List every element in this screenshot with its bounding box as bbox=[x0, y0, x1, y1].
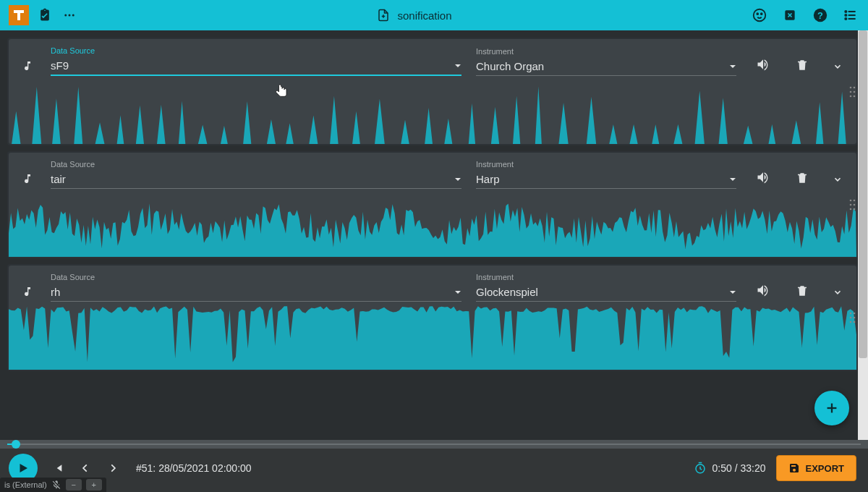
save-icon bbox=[788, 462, 800, 474]
music-note-icon bbox=[19, 286, 36, 302]
svg-point-5 bbox=[754, 9, 766, 22]
volume-icon[interactable] bbox=[751, 170, 775, 189]
svg-point-20 bbox=[854, 86, 856, 88]
instrument-select[interactable]: Harp bbox=[476, 170, 736, 189]
instrument-value: Harp bbox=[476, 173, 500, 185]
svg-point-26 bbox=[854, 200, 856, 202]
prev-button[interactable] bbox=[74, 457, 97, 480]
drag-handle-icon[interactable] bbox=[849, 85, 858, 98]
svg-point-29 bbox=[850, 208, 852, 211]
svg-point-6 bbox=[757, 13, 758, 14]
scrollbar-thumb[interactable] bbox=[859, 30, 867, 358]
project-title: sonification bbox=[397, 9, 451, 22]
data-source-value: tair bbox=[51, 173, 66, 185]
playhead[interactable] bbox=[12, 440, 20, 449]
svg-point-19 bbox=[850, 86, 852, 88]
data-source-label: Data Source bbox=[51, 160, 461, 169]
status-strip: is (External) − + bbox=[0, 478, 106, 492]
app-logo-icon[interactable] bbox=[9, 5, 29, 25]
chevron-down-icon bbox=[729, 289, 736, 296]
music-note-icon bbox=[19, 173, 36, 189]
time-text: 0:50 / 33:20 bbox=[712, 462, 766, 474]
instrument-label: Instrument bbox=[476, 273, 736, 281]
svg-point-2 bbox=[72, 14, 75, 17]
help-icon[interactable]: ? bbox=[812, 7, 829, 24]
transport-bar: #51: 28/05/2021 02:00:00 0:50 / 33:20 EX… bbox=[0, 449, 868, 492]
chevron-down-icon bbox=[454, 176, 461, 183]
delete-track-icon[interactable] bbox=[790, 284, 814, 302]
chevron-down-icon bbox=[729, 176, 736, 183]
delete-track-icon[interactable] bbox=[790, 59, 814, 76]
waveform bbox=[9, 193, 856, 257]
frame-label: #51: 28/05/2021 02:00:00 bbox=[136, 462, 252, 474]
svg-point-17 bbox=[845, 14, 846, 16]
instrument-select[interactable]: Church Organ bbox=[476, 57, 736, 76]
data-source-label: Data Source bbox=[51, 273, 461, 281]
instrument-select[interactable]: Glockenspiel bbox=[476, 283, 736, 302]
timeline-bar[interactable] bbox=[0, 440, 868, 449]
mic-off-icon[interactable] bbox=[51, 480, 61, 490]
next-button[interactable] bbox=[101, 457, 124, 480]
svg-point-34 bbox=[854, 317, 856, 319]
svg-point-35 bbox=[850, 321, 852, 323]
svg-text:?: ? bbox=[817, 10, 823, 21]
waveform bbox=[9, 80, 856, 144]
expand-track-icon[interactable] bbox=[829, 62, 846, 76]
time-display: 0:50 / 33:20 bbox=[694, 462, 766, 475]
music-note-icon bbox=[19, 60, 36, 76]
instrument-value: Church Organ bbox=[476, 60, 544, 72]
chevron-down-icon bbox=[729, 63, 736, 70]
zoom-in-button[interactable]: + bbox=[86, 479, 102, 491]
track-row: Data Source tair Instrument Harp bbox=[7, 151, 858, 258]
clipboard-icon[interactable] bbox=[36, 7, 54, 24]
delete-track-icon[interactable] bbox=[790, 171, 814, 189]
zoom-out-button[interactable]: − bbox=[66, 479, 82, 491]
data-source-select[interactable]: tair bbox=[51, 170, 461, 189]
svg-point-23 bbox=[850, 95, 852, 97]
data-source-select[interactable]: sF9 bbox=[51, 56, 461, 76]
svg-point-21 bbox=[850, 90, 852, 93]
svg-point-1 bbox=[69, 14, 71, 17]
scrollbar[interactable] bbox=[858, 30, 868, 440]
svg-point-31 bbox=[850, 313, 852, 315]
status-text: is (External) bbox=[4, 480, 47, 489]
volume-icon[interactable] bbox=[751, 283, 775, 302]
data-source-select[interactable]: rh bbox=[51, 283, 461, 302]
svg-point-16 bbox=[845, 11, 846, 12]
skip-start-button[interactable] bbox=[46, 457, 69, 480]
svg-point-7 bbox=[761, 13, 762, 14]
svg-point-22 bbox=[854, 90, 856, 93]
tracks-container: Data Source sF9 Instrument Church Organ bbox=[0, 30, 858, 440]
file-add-icon bbox=[377, 9, 390, 22]
instrument-label: Instrument bbox=[476, 47, 736, 56]
instrument-value: Glockenspiel bbox=[476, 286, 538, 298]
expand-track-icon[interactable] bbox=[829, 174, 846, 189]
svg-point-30 bbox=[854, 208, 856, 211]
svg-point-24 bbox=[854, 95, 856, 97]
expand-track-icon[interactable] bbox=[829, 287, 846, 302]
delete-box-icon[interactable] bbox=[781, 7, 799, 24]
face-icon[interactable] bbox=[751, 7, 768, 24]
svg-point-0 bbox=[64, 14, 67, 17]
project-title-area: sonification bbox=[85, 9, 744, 22]
svg-point-18 bbox=[845, 18, 846, 20]
svg-point-28 bbox=[854, 204, 856, 206]
svg-point-33 bbox=[850, 317, 852, 319]
more-icon[interactable] bbox=[61, 7, 78, 24]
top-bar: sonification ? bbox=[0, 0, 868, 30]
add-track-button[interactable] bbox=[814, 391, 849, 425]
list-icon[interactable] bbox=[842, 7, 859, 24]
main-area: Data Source sF9 Instrument Church Organ bbox=[0, 30, 868, 440]
svg-point-36 bbox=[854, 321, 856, 323]
export-label: EXPORT bbox=[806, 463, 844, 474]
drag-handle-icon[interactable] bbox=[849, 198, 858, 211]
svg-point-27 bbox=[850, 204, 852, 206]
export-button[interactable]: EXPORT bbox=[776, 455, 856, 481]
svg-point-25 bbox=[850, 200, 852, 202]
timer-icon bbox=[694, 462, 707, 475]
chevron-down-icon bbox=[454, 62, 461, 69]
svg-point-32 bbox=[854, 313, 856, 315]
volume-icon[interactable] bbox=[751, 57, 775, 76]
track-row: Data Source rh Instrument Glockenspiel bbox=[7, 264, 858, 371]
drag-handle-icon[interactable] bbox=[849, 311, 858, 324]
